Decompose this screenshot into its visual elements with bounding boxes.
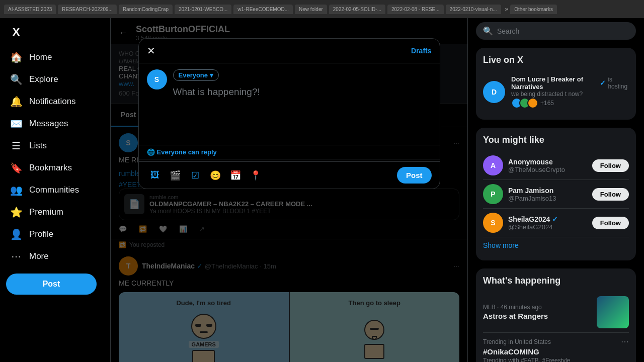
lists-icon: ☰: [10, 140, 22, 152]
audience-button[interactable]: Everyone ▾: [173, 69, 219, 81]
follow-button-sheila[interactable]: Follow: [592, 217, 629, 229]
search-bar: 🔍: [476, 22, 636, 40]
trend-meta-onika: Trending in United States ⋯: [483, 337, 629, 346]
listener-avatars: [511, 98, 538, 109]
trend-item-onika[interactable]: Trending in United States ⋯ #OnikaCOMING…: [483, 333, 629, 362]
you-might-like-widget: You might like A Anonymouse @TheMouseCrv…: [476, 128, 636, 260]
poll-button[interactable]: ☑: [187, 167, 203, 184]
communities-icon: 👥: [10, 184, 22, 196]
listener-avatar-3: [527, 98, 538, 109]
suggest-handle-pam: @PamJamiso13: [508, 195, 587, 202]
sidebar-item-label-home: Home: [29, 52, 52, 62]
sidebar-item-lists[interactable]: ☰ Lists: [6, 135, 104, 157]
globe-icon: 🌐: [147, 148, 155, 156]
whats-happening-widget: What's happening MLB · 46 minutes ago As…: [476, 268, 636, 362]
x-logo-text: X: [13, 26, 20, 39]
browser-tab[interactable]: 2022-0210-visual-n...: [446, 5, 501, 14]
browser-tab[interactable]: RESEARCH-202209...: [58, 5, 117, 14]
image-upload-button[interactable]: 🖼: [147, 167, 163, 184]
trend-name-onika: #OnikaCOMING: [483, 347, 629, 356]
compose-avatar: S: [147, 69, 167, 89]
compose-row: S Everyone ▾: [147, 69, 432, 137]
follow-button-anonymouse[interactable]: Follow: [592, 159, 629, 172]
browser-tabs-bar: AI-ASSISTED 2023 RESEARCH-202209... Rand…: [0, 0, 644, 18]
sidebar-item-bookmarks[interactable]: 🔖 Bookmarks: [6, 157, 104, 179]
browser-tab[interactable]: New folder: [295, 5, 327, 14]
show-more-suggestions[interactable]: Show more: [483, 237, 629, 253]
everyone-reply-label: Everyone can reply: [157, 148, 217, 156]
sidebar-item-messages[interactable]: ✉️ Messages: [6, 113, 104, 135]
main-content: ← ScottBurtonOFFICIAL 3,548 posts WHO CA…: [111, 18, 468, 362]
more-tabs-indicator[interactable]: »: [505, 6, 509, 13]
follow-button-pam[interactable]: Follow: [592, 188, 629, 201]
home-icon: 🏠: [10, 51, 22, 63]
more-icon: ⋯: [10, 250, 22, 262]
suggest-name-anonymouse: Anonymouse: [508, 158, 587, 166]
location-button[interactable]: 📍: [248, 167, 264, 184]
x-logo[interactable]: X: [6, 22, 26, 42]
browser-tab[interactable]: 2022-02-08 - RESE...: [387, 5, 444, 14]
post-button[interactable]: Post: [6, 274, 97, 295]
modal-header: ✕ Drafts: [139, 39, 440, 63]
trend-meta-astros: MLB · 46 minutes ago: [483, 304, 592, 311]
suggest-info-anonymouse: Anonymouse @TheMouseCrvpto: [508, 158, 587, 173]
suggest-item-pam: P Pam Jamison @PamJamiso13 Follow: [483, 180, 629, 209]
suggest-item-sheila: S SheilaG2024 ✓ @SheilaG2024 Follow: [483, 209, 629, 237]
bookmark-icon: 🔖: [10, 162, 22, 174]
sidebar-item-more[interactable]: ⋯ More: [6, 245, 104, 267]
compose-right: Everyone ▾: [173, 69, 432, 137]
trend-sub-onika: Trending with #FATB, #Freestyle: [483, 357, 629, 362]
sidebar-item-label-more: More: [29, 251, 49, 261]
trend-image-astros: [597, 296, 629, 328]
sidebar-item-label-lists: Lists: [29, 141, 47, 151]
search-icon: 🔍: [483, 26, 493, 36]
trend-more-onika[interactable]: ⋯: [621, 337, 629, 346]
trend-item-astros[interactable]: MLB · 46 minutes ago Astros at Rangers: [483, 292, 629, 333]
sidebar-item-label-premium: Premium: [29, 207, 63, 217]
schedule-button[interactable]: 📅: [227, 167, 244, 184]
search-input[interactable]: [497, 27, 629, 35]
trend-astros-info: MLB · 46 minutes ago Astros at Rangers: [483, 304, 592, 321]
browser-tab[interactable]: 2021-0201-WEBCO...: [175, 5, 231, 14]
browser-tab[interactable]: 2022-02-05-SOLID-...: [329, 5, 385, 14]
live-host-info: Dom Lucre | Breaker of Narratives ✓ is h…: [511, 75, 629, 109]
browser-tab[interactable]: RandomCodingCrap: [119, 5, 173, 14]
browser-tab[interactable]: w1-REeeCODEMOD...: [233, 5, 293, 14]
profile-icon: 👤: [10, 228, 22, 240]
sidebar-item-label-bookmarks: Bookmarks: [29, 163, 72, 173]
premium-icon: ⭐: [10, 206, 22, 218]
sidebar-item-label-profile: Profile: [29, 229, 53, 239]
listener-count: +165: [540, 100, 554, 107]
sidebar-item-home[interactable]: 🏠 Home: [6, 46, 104, 68]
modal-body: S Everyone ▾: [139, 63, 440, 143]
listeners-row: +165: [511, 98, 629, 109]
sidebar-item-profile[interactable]: 👤 Profile: [6, 223, 104, 245]
sidebar-item-notifications[interactable]: 🔔 Notifications: [6, 90, 104, 113]
emoji-button[interactable]: 😊: [207, 167, 223, 184]
post-submit-button[interactable]: Post: [397, 167, 432, 184]
browser-tab[interactable]: Other bookmarks: [510, 5, 557, 14]
live-hosting-label: is hosting: [608, 76, 629, 90]
live-widget-title: Live on X: [483, 55, 629, 65]
sidebar-item-explore[interactable]: 🔍 Explore: [6, 68, 104, 90]
everyone-reply-row[interactable]: 🌐 Everyone can reply: [139, 145, 440, 159]
modal-drafts-button[interactable]: Drafts: [411, 47, 431, 55]
sidebar-item-label-communities: Communities: [29, 185, 79, 195]
suggest-item-anonymouse: A Anonymouse @TheMouseCrvpto Follow: [483, 151, 629, 180]
chevron-down-icon: ▾: [210, 71, 213, 79]
gif-button[interactable]: 🎬: [167, 167, 183, 184]
right-sidebar: 🔍 Live on X D Dom Lucre | Breaker of Nar…: [468, 18, 644, 362]
sidebar-item-label-explore: Explore: [29, 74, 58, 84]
sidebar-item-premium[interactable]: ⭐ Premium: [6, 201, 104, 223]
sheila-verified-badge: ✓: [552, 215, 558, 223]
suggestions-title: You might like: [483, 135, 629, 145]
modal-close-button[interactable]: ✕: [147, 45, 155, 57]
compose-footer: 🖼 🎬 ☑ 😊 📅 📍 Post: [139, 161, 440, 189]
sidebar-item-communities[interactable]: 👥 Communities: [6, 179, 104, 201]
compose-textarea[interactable]: [173, 85, 432, 135]
sidebar: X 🏠 Home 🔍 Explore 🔔 Notifications ✉️ Me…: [0, 18, 111, 362]
live-host-verified: ✓: [600, 79, 606, 87]
browser-tab[interactable]: AI-ASSISTED 2023: [4, 5, 56, 14]
sidebar-item-label-messages: Messages: [29, 119, 68, 129]
compose-tools: 🖼 🎬 ☑ 😊 📅 📍: [147, 167, 395, 184]
